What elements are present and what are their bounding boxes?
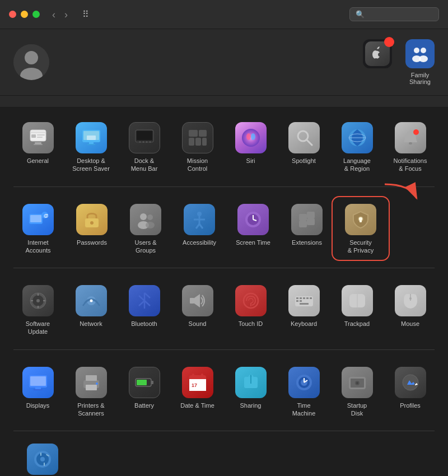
mouse-icon bbox=[395, 285, 426, 316]
back-button[interactable]: ‹ bbox=[49, 7, 59, 22]
profiles-icon bbox=[395, 367, 426, 398]
grid-section-1: @InternetAccountsPasswordsUsers &GroupsA… bbox=[0, 189, 448, 266]
pref-item-spotlight[interactable]: Spotlight bbox=[277, 116, 330, 178]
svg-rect-89 bbox=[296, 300, 298, 302]
svg-line-79 bbox=[139, 296, 144, 301]
pref-item-desktop[interactable]: Desktop &Screen Saver bbox=[64, 116, 118, 178]
keyboard-icon bbox=[288, 285, 320, 316]
pref-item-startup[interactable]: StartupDisk bbox=[330, 361, 384, 422]
title-bar: ‹ › ⠿ 🔍 bbox=[0, 0, 448, 29]
pref-item-touchid[interactable]: Touch ID bbox=[224, 279, 277, 340]
pref-item-sound[interactable]: Sound bbox=[171, 279, 224, 340]
svg-rect-80 bbox=[190, 298, 194, 304]
apple-id-icon-wrap bbox=[363, 39, 392, 68]
pref-item-trackpad[interactable]: Trackpad bbox=[330, 279, 384, 340]
section-divider-2 bbox=[13, 349, 435, 350]
datetime-icon: 17 bbox=[182, 367, 213, 398]
svg-rect-91 bbox=[300, 303, 309, 305]
extensions-icon bbox=[291, 204, 323, 235]
svg-rect-102 bbox=[86, 385, 97, 390]
svg-rect-88 bbox=[310, 297, 312, 299]
minimize-button[interactable] bbox=[21, 11, 28, 18]
svg-line-77 bbox=[144, 301, 150, 306]
svg-rect-109 bbox=[192, 374, 194, 378]
pref-item-bluetooth[interactable]: Bluetooth bbox=[118, 279, 171, 340]
grid-row-2: SoftwareUpdateNetworkBluetoothSoundTouch… bbox=[7, 279, 441, 340]
pref-item-profiles[interactable]: Profiles bbox=[384, 361, 437, 422]
pref-item-passwords[interactable]: Passwords bbox=[65, 198, 119, 259]
screentime-label: Screen Time bbox=[236, 239, 270, 246]
ntfs-section: NTFS for Mac bbox=[0, 433, 448, 476]
pref-item-extensions[interactable]: Extensions bbox=[280, 198, 334, 259]
svg-point-50 bbox=[146, 222, 155, 228]
main-content: FamilySharing GeneralDesktop &Screen Sav… bbox=[0, 29, 448, 476]
pref-item-notifications[interactable]: Notifications& Focus bbox=[384, 116, 437, 178]
svg-line-35 bbox=[307, 140, 312, 145]
pref-item-mission[interactable]: MissionControl bbox=[171, 116, 224, 178]
family-sharing-label: FamilySharing bbox=[409, 72, 431, 85]
svg-point-22 bbox=[139, 141, 141, 143]
svg-point-49 bbox=[147, 214, 153, 220]
trackpad-icon bbox=[342, 285, 373, 316]
svg-rect-10 bbox=[37, 134, 45, 136]
pref-item-displays[interactable]: Displays bbox=[11, 361, 64, 422]
forward-button[interactable]: › bbox=[61, 7, 71, 22]
pref-item-datetime[interactable]: 17Date & Time bbox=[171, 361, 224, 422]
pref-item-siri[interactable]: Siri bbox=[224, 116, 277, 178]
bluetooth-icon bbox=[129, 285, 160, 316]
pref-item-mouse[interactable]: Mouse bbox=[384, 279, 437, 340]
svg-text:17: 17 bbox=[192, 382, 197, 388]
search-icon: 🔍 bbox=[356, 10, 365, 18]
svg-rect-20 bbox=[137, 131, 152, 140]
sound-label: Sound bbox=[189, 320, 207, 328]
svg-rect-63 bbox=[307, 218, 315, 225]
pref-item-keyboard[interactable]: Keyboard bbox=[277, 279, 330, 340]
sharing-label: Sharing bbox=[240, 402, 262, 409]
svg-point-40 bbox=[413, 129, 419, 135]
desktop-icon bbox=[76, 122, 107, 153]
pref-item-software[interactable]: SoftwareUpdate bbox=[11, 279, 64, 340]
sharing-icon bbox=[235, 367, 267, 398]
svg-rect-8 bbox=[30, 132, 46, 133]
pref-item-battery[interactable]: Battery bbox=[118, 361, 171, 422]
pref-item-security[interactable]: Security& Privacy bbox=[334, 198, 388, 259]
pref-item-sharing[interactable]: Sharing bbox=[224, 361, 277, 422]
svg-point-3 bbox=[414, 48, 419, 53]
family-sharing-button[interactable]: FamilySharing bbox=[405, 39, 435, 85]
pref-item-general[interactable]: General bbox=[11, 116, 64, 178]
avatar[interactable] bbox=[13, 44, 49, 80]
svg-rect-60 bbox=[299, 214, 307, 221]
pref-item-printers[interactable]: Printers &Scanners bbox=[64, 361, 118, 422]
apple-id-button[interactable] bbox=[363, 39, 392, 85]
grid-view-button[interactable]: ⠿ bbox=[78, 7, 94, 22]
pref-item-network[interactable]: Network bbox=[64, 279, 118, 340]
pref-item-accessibility[interactable]: Accessibility bbox=[172, 198, 226, 259]
profile-info bbox=[58, 61, 363, 63]
close-button[interactable] bbox=[9, 11, 16, 18]
svg-rect-18 bbox=[87, 144, 95, 145]
svg-point-6 bbox=[419, 55, 428, 62]
pref-item-internet[interactable]: @InternetAccounts bbox=[11, 198, 65, 259]
pref-item-users[interactable]: Users &Groups bbox=[119, 198, 172, 259]
software-icon bbox=[22, 285, 54, 316]
software-label: SoftwareUpdate bbox=[26, 320, 50, 336]
svg-point-51 bbox=[197, 212, 202, 216]
pref-item-screentime[interactable]: Screen Time bbox=[226, 198, 280, 259]
svg-point-95 bbox=[409, 297, 412, 300]
svg-point-25 bbox=[149, 141, 151, 143]
displays-label: Displays bbox=[26, 402, 50, 409]
svg-point-68 bbox=[36, 299, 40, 302]
touchid-label: Touch ID bbox=[239, 320, 263, 328]
pref-item-timemachine[interactable]: TimeMachine bbox=[277, 361, 330, 422]
pref-item-dock[interactable]: Dock &Menu Bar bbox=[118, 116, 171, 178]
pref-item-language[interactable]: Language& Region bbox=[330, 116, 384, 178]
search-input[interactable] bbox=[368, 10, 433, 18]
svg-rect-12 bbox=[35, 142, 41, 144]
search-box[interactable]: 🔍 bbox=[349, 7, 439, 21]
maximize-button[interactable] bbox=[32, 11, 40, 18]
svg-rect-99 bbox=[34, 389, 43, 390]
svg-rect-28 bbox=[189, 138, 194, 146]
svg-point-103 bbox=[96, 382, 98, 385]
accessibility-label: Accessibility bbox=[183, 239, 216, 246]
pref-item-ntfs[interactable]: NTFS for Mac bbox=[16, 438, 69, 476]
